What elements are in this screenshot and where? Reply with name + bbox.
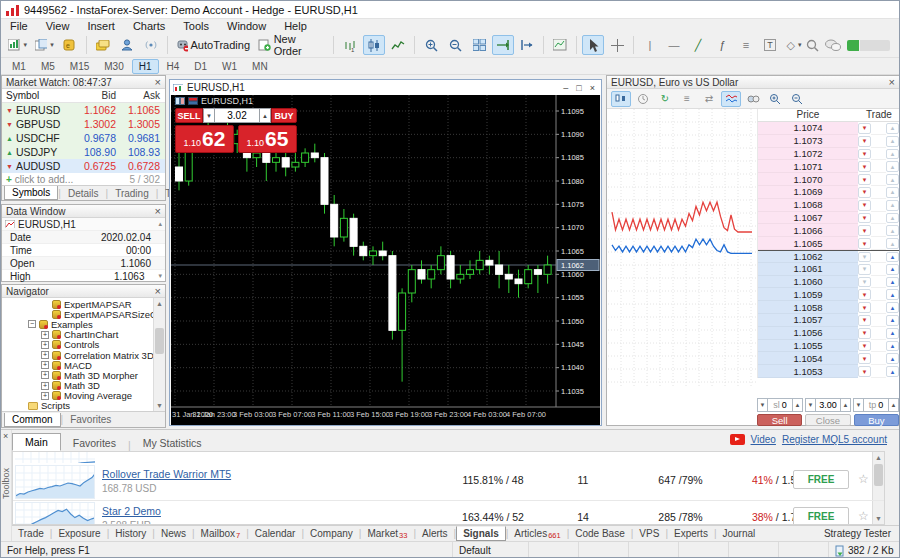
- register-mql5-link[interactable]: Register MQL5 account: [782, 434, 887, 445]
- expand-icon[interactable]: +: [41, 341, 49, 349]
- toolbox-tab-vps[interactable]: VPS: [633, 527, 665, 540]
- buy-at-price-button[interactable]: ▴: [886, 213, 899, 224]
- zoom-in-button[interactable]: [420, 35, 442, 55]
- collapse-icon[interactable]: −: [28, 320, 36, 328]
- sell-at-price-button[interactable]: ▾: [858, 149, 871, 160]
- sell-at-price-button[interactable]: ▾: [858, 136, 871, 147]
- volume-decrease-button[interactable]: ▼: [203, 108, 215, 123]
- free-button[interactable]: FREE: [793, 470, 849, 489]
- toolbox-tab-calendar[interactable]: Calendar: [249, 527, 302, 540]
- toolbox-tab-company[interactable]: Company: [304, 527, 359, 540]
- dom-tick-chart-button[interactable]: [721, 91, 741, 107]
- navigator-item[interactable]: −Examples: [2, 319, 153, 329]
- volume-increase-button[interactable]: ▲: [840, 398, 851, 412]
- market-watch-row[interactable]: ▼AUDUSD0.67250.6728: [2, 159, 165, 173]
- menu-help[interactable]: Help: [275, 20, 316, 32]
- buy-at-price-button[interactable]: ▴: [886, 302, 899, 313]
- free-button[interactable]: FREE: [793, 507, 849, 525]
- navigator-item[interactable]: ExpertMAPSARSizeOptim: [2, 309, 153, 319]
- favorite-star-icon[interactable]: ☆: [858, 472, 869, 486]
- sell-at-price-button[interactable]: ▾: [858, 200, 871, 211]
- timeframe-m15[interactable]: M15: [63, 59, 96, 74]
- buy-at-price-button[interactable]: ▴: [886, 328, 899, 339]
- expand-icon[interactable]: +: [41, 392, 49, 400]
- channel-tool-button[interactable]: ≡: [735, 35, 757, 55]
- tp-spinner[interactable]: ▼ tp0 ▲: [853, 398, 899, 412]
- buy-at-price-button[interactable]: ▴: [886, 289, 899, 300]
- search-icon[interactable]: [806, 39, 819, 52]
- dom-time-sales-button[interactable]: [633, 91, 653, 107]
- dom-close-button[interactable]: Close: [805, 414, 850, 426]
- volume-increase-button[interactable]: ▲: [259, 108, 271, 123]
- dom-zoom-out-button[interactable]: [787, 91, 807, 107]
- cursor-tool-button[interactable]: [582, 35, 604, 55]
- scrollbar-thumb[interactable]: [155, 328, 164, 354]
- buy-at-price-button[interactable]: ▴: [886, 174, 899, 185]
- close-icon[interactable]: ×: [889, 77, 895, 87]
- youtube-icon[interactable]: [730, 434, 745, 445]
- navigator-item[interactable]: +Math 3D Morpher: [2, 370, 153, 380]
- volume-input[interactable]: 3.02: [215, 108, 259, 123]
- navigator-item[interactable]: +Moving Average: [2, 391, 153, 401]
- close-icon[interactable]: ×: [3, 431, 8, 441]
- sell-at-price-button[interactable]: ▾: [858, 264, 871, 275]
- sell-at-price-button[interactable]: ▾: [858, 366, 871, 377]
- buy-at-price-button[interactable]: ▴: [886, 252, 899, 262]
- market-watch-tab-details[interactable]: Details: [61, 187, 106, 200]
- profiles-button[interactable]: ▾: [32, 35, 57, 55]
- toolbox-tab-alerts[interactable]: Alerts: [416, 527, 454, 540]
- toolbox-tab-mailbox[interactable]: Mailbox7: [195, 527, 247, 541]
- navigator-tab-favorites[interactable]: Favorites: [63, 413, 118, 426]
- timeframe-m5[interactable]: M5: [34, 59, 62, 74]
- toolbox-tab-articles[interactable]: Articles661: [508, 527, 566, 541]
- scroll-down-icon[interactable]: ▼: [154, 400, 165, 411]
- expand-icon[interactable]: +: [41, 351, 49, 359]
- menu-file[interactable]: File: [1, 20, 37, 32]
- buy-at-price-button[interactable]: ▴: [886, 277, 899, 288]
- sell-price-box[interactable]: 1.10 62: [175, 125, 234, 153]
- video-link[interactable]: Video: [751, 434, 776, 445]
- sell-button[interactable]: SELL: [175, 108, 203, 123]
- toolbox-tab-journal[interactable]: Journal: [717, 527, 762, 540]
- navigator-tab-common[interactable]: Common: [4, 413, 61, 427]
- toolbox-tab-trade[interactable]: Trade: [12, 527, 50, 540]
- market-watch-row[interactable]: ▲USDCHF0.96780.9681: [2, 131, 165, 145]
- vertical-line-tool-button[interactable]: |: [639, 35, 661, 55]
- toolbox-tab-code-base[interactable]: Code Base: [569, 527, 630, 540]
- toolbox-tab-exposure[interactable]: Exposure: [52, 527, 106, 540]
- sell-at-price-button[interactable]: ▾: [858, 174, 871, 185]
- signal-name-link[interactable]: Rollover Trade Warrior MT5: [102, 468, 231, 480]
- sell-at-price-button[interactable]: ▾: [858, 187, 871, 198]
- timeframe-m1[interactable]: M1: [5, 59, 33, 74]
- dom-grouped-button[interactable]: [743, 91, 763, 107]
- buy-at-price-button[interactable]: ▴: [886, 149, 899, 160]
- menu-window[interactable]: Window: [218, 20, 275, 32]
- chart-shift-button[interactable]: [516, 35, 538, 55]
- dom-chart-mode-button[interactable]: [611, 91, 631, 107]
- toolbox-tab-signals[interactable]: Signals: [456, 526, 506, 541]
- expand-icon[interactable]: +: [41, 331, 49, 339]
- buy-at-price-button[interactable]: ▴: [886, 341, 899, 352]
- chat-icon[interactable]: [825, 39, 841, 52]
- community-button[interactable]: [116, 35, 138, 55]
- navigator-item[interactable]: +Controls: [2, 340, 153, 350]
- zoom-out-button[interactable]: [444, 35, 466, 55]
- status-profile-cell[interactable]: Default: [453, 542, 529, 558]
- sl-spinner[interactable]: ▼ sl0 ▲: [757, 398, 803, 412]
- tile-windows-button[interactable]: [468, 35, 490, 55]
- sell-at-price-button[interactable]: ▾: [858, 341, 871, 352]
- sell-at-price-button[interactable]: ▾: [858, 315, 871, 326]
- favorite-star-icon[interactable]: ☆: [858, 509, 869, 523]
- sell-at-price-button[interactable]: ▾: [858, 161, 871, 172]
- signal-name-link[interactable]: Star 2 Demo: [102, 505, 161, 517]
- buy-at-price-button[interactable]: ▴: [886, 366, 899, 377]
- sell-at-price-button[interactable]: ▾: [858, 238, 871, 249]
- close-icon[interactable]: ×: [590, 83, 595, 93]
- sell-at-price-button[interactable]: ▾: [858, 353, 871, 364]
- timeframe-m30[interactable]: M30: [97, 59, 130, 74]
- navigator-item[interactable]: ExpertMAPSAR: [2, 299, 153, 309]
- buy-at-price-button[interactable]: ▴: [886, 123, 899, 134]
- buy-at-price-button[interactable]: ▴: [886, 238, 899, 249]
- signals-tab-my-statistics[interactable]: My Statistics: [131, 435, 214, 451]
- horizontal-line-tool-button[interactable]: —: [663, 35, 685, 55]
